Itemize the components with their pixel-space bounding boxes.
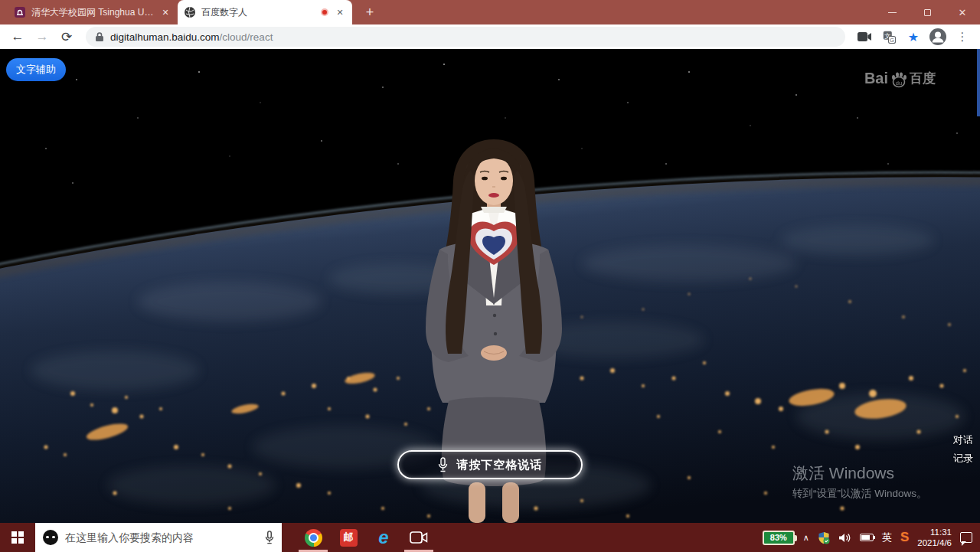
side-tab-record[interactable]: 记录 <box>953 452 973 465</box>
language-indicator[interactable]: 英 <box>882 531 892 544</box>
new-tab-button[interactable]: + <box>360 3 380 23</box>
watermark-line1: 激活 Windows <box>792 462 927 484</box>
minimize-icon <box>888 12 897 13</box>
taskbar-apps: 邮 e <box>296 523 436 552</box>
camera-app-icon <box>410 531 428 544</box>
start-button[interactable] <box>0 523 35 552</box>
back-button[interactable]: ← <box>8 27 28 47</box>
globe-favicon-icon <box>184 6 196 18</box>
tab-digital-human[interactable]: 百度数字人 ✕ <box>178 0 352 24</box>
close-tab-icon[interactable]: ✕ <box>334 6 346 18</box>
internet-explorer-icon: e <box>378 530 388 545</box>
watermark-line2: 转到“设置”以激活 Windows。 <box>792 487 927 501</box>
profile-avatar-icon[interactable] <box>928 27 948 47</box>
defender-shield-icon[interactable] <box>818 531 830 544</box>
push-to-talk-label: 请按下空格说话 <box>457 458 543 472</box>
scrollbar-thumb[interactable] <box>977 49 980 116</box>
browser-menu-icon[interactable]: ⋮ <box>952 27 972 47</box>
battery-percent-widget[interactable]: 83% <box>763 531 795 545</box>
tab-title: 清华大学校园网 Tsinghua Univ <box>31 6 154 19</box>
taskbar-search-box[interactable] <box>35 523 282 552</box>
mail-app-icon: 邮 <box>340 529 358 547</box>
close-window-button[interactable]: ✕ <box>945 0 980 24</box>
lock-icon <box>95 31 104 42</box>
taskbar-search-input[interactable] <box>65 531 258 544</box>
cortana-icon <box>43 530 58 545</box>
tsinghua-favicon-icon <box>14 6 26 18</box>
desktop-screen: 清华大学校园网 Tsinghua Univ ✕ 百度数字人 ✕ + ✕ ← → … <box>0 0 980 552</box>
clock-date: 2021/4/6 <box>917 537 952 548</box>
svg-text:du: du <box>896 80 902 87</box>
taskbar-ie-button[interactable]: e <box>366 523 401 552</box>
url-host: digitalhuman.baidu.com <box>110 31 220 43</box>
chrome-icon <box>305 529 322 547</box>
digital-human-page: 文字辅助 Bai du 百度 请按下空格说话 对话 记录 激活 Windows … <box>0 49 980 523</box>
forward-button[interactable]: → <box>32 27 52 47</box>
clock-time: 11:31 <box>917 527 952 537</box>
battery-tray-icon[interactable] <box>860 534 874 541</box>
text-assist-button[interactable]: 文字辅助 <box>6 58 66 81</box>
reload-button[interactable]: ⟳ <box>57 27 77 47</box>
taskbar-clock[interactable]: 11:31 2021/4/6 <box>917 527 952 548</box>
camera-in-use-icon[interactable] <box>854 27 874 47</box>
side-tab-dialog[interactable]: 对话 <box>953 433 973 447</box>
close-tab-icon[interactable]: ✕ <box>159 6 172 18</box>
windows-activation-watermark: 激活 Windows 转到“设置”以激活 Windows。 <box>792 462 927 501</box>
windows-taskbar: 邮 e 83% ∧ 英 S <box>0 523 980 552</box>
action-center-icon[interactable] <box>960 532 972 543</box>
url-path: /cloud/react <box>220 31 273 43</box>
search-mic-icon[interactable] <box>265 531 274 544</box>
baidu-paw-icon: du <box>890 70 908 89</box>
browser-titlebar: 清华大学校园网 Tsinghua Univ ✕ 百度数字人 ✕ + ✕ <box>0 0 980 24</box>
bookmark-star-icon[interactable]: ★ <box>903 27 923 47</box>
sogou-input-icon[interactable]: S <box>900 530 909 545</box>
system-tray: 83% ∧ 英 S 11:31 2021/4/6 <box>763 527 980 548</box>
baidu-logo: Bai du 百度 <box>864 69 936 87</box>
browser-toolbar: ← → ⟳ digitalhuman.baidu.com/cloud/react… <box>0 24 980 49</box>
push-to-talk-button[interactable]: 请按下空格说话 <box>397 450 583 479</box>
microphone-icon <box>438 457 448 472</box>
taskbar-chrome-button[interactable] <box>296 523 331 552</box>
tab-recording-indicator-icon <box>321 8 328 16</box>
taskbar-camera-button[interactable] <box>401 523 436 552</box>
restore-button[interactable] <box>910 0 945 24</box>
baidu-logo-cn: 百度 <box>910 70 936 87</box>
address-bar[interactable]: digitalhuman.baidu.com/cloud/react <box>86 27 845 47</box>
baidu-logo-bai: Bai <box>864 70 888 87</box>
minimize-button[interactable] <box>874 0 910 24</box>
translate-icon[interactable]: 文G <box>879 27 899 47</box>
windows-logo-icon <box>11 531 24 544</box>
tab-title: 百度数字人 <box>201 6 315 19</box>
volume-icon[interactable] <box>838 532 851 544</box>
restore-icon <box>924 9 931 16</box>
tab-tsinghua[interactable]: 清华大学校园网 Tsinghua Univ ✕ <box>8 0 178 24</box>
taskbar-mail-button[interactable]: 邮 <box>331 523 366 552</box>
window-controls: ✕ <box>874 0 980 24</box>
svg-text:G: G <box>890 36 894 43</box>
tray-expand-icon[interactable]: ∧ <box>803 533 809 543</box>
